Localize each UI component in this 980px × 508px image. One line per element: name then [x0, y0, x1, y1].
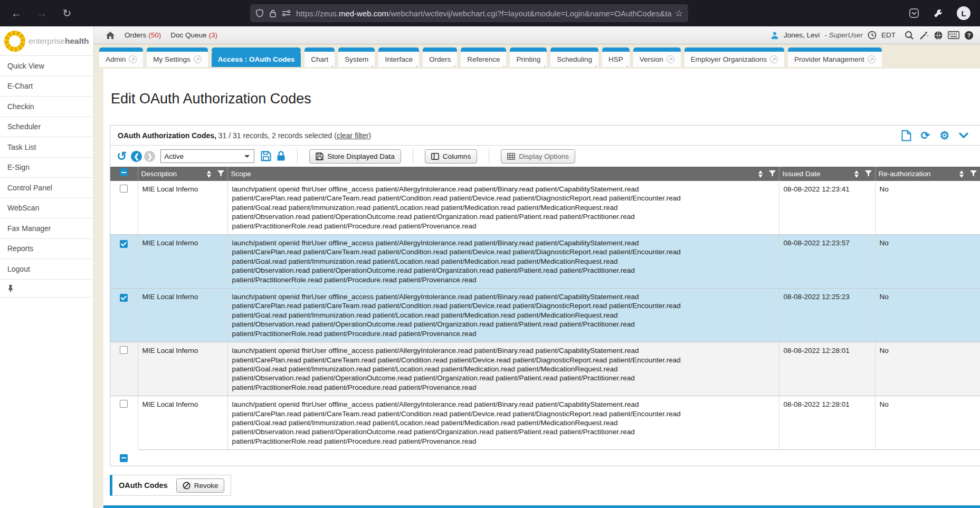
column-header-scope[interactable]: Scope	[227, 167, 779, 181]
tab-access-oauth-codes[interactable]: Access : OAuth Codes	[212, 51, 301, 67]
cell-description: MIE Local Inferno	[138, 235, 227, 289]
row-checkbox[interactable]	[120, 240, 128, 248]
save-icon	[316, 152, 324, 160]
revoke-button[interactable]: Revoke	[176, 478, 225, 493]
filter-funnel-icon[interactable]	[970, 170, 977, 177]
tab-my-settings[interactable]: My Settings↗	[147, 51, 208, 67]
url-input[interactable]: https://zeus.med-web.com/webchart/wctlev…	[296, 9, 672, 18]
tab-chart[interactable]: Chart	[305, 51, 335, 67]
globe-icon[interactable]	[934, 31, 943, 40]
new-record-icon[interactable]	[901, 130, 911, 141]
sidebar-item-e-sign[interactable]: E-Sign	[0, 158, 93, 178]
sidebar-item-fax-manager[interactable]: Fax Manager	[0, 218, 93, 239]
select-all-checkbox[interactable]	[120, 168, 128, 176]
sidebar-item-quick-view[interactable]: Quick View	[0, 56, 93, 76]
clock-icon[interactable]	[868, 31, 877, 40]
display-options-button[interactable]: Display Options	[501, 149, 575, 164]
cell-issued-date: 08-08-2022 12:25:23	[779, 289, 875, 342]
profile-avatar[interactable]: L	[957, 6, 971, 20]
next-page-button[interactable]: ❯	[144, 151, 155, 162]
orders-link[interactable]: Orders(50)	[125, 31, 161, 39]
search-icon[interactable]	[905, 31, 914, 40]
doc-queue-link[interactable]: Doc Queue(3)	[170, 31, 217, 39]
browser-reload-button[interactable]: ↻	[58, 4, 76, 22]
filter-funnel-icon[interactable]	[217, 170, 224, 177]
tab-version[interactable]: Version↗	[633, 51, 681, 67]
tab-provider-management[interactable]: Provider Management↗	[788, 51, 882, 67]
lock-filter-icon[interactable]	[277, 151, 286, 161]
sidebar-item-e-chart[interactable]: E-Chart	[0, 76, 93, 97]
url-bar[interactable]: https://zeus.med-web.com/webchart/wctlev…	[250, 4, 688, 22]
clear-filter-link[interactable]: clear filter	[337, 131, 369, 140]
revoke-icon	[183, 482, 191, 490]
sidebar-item-control-panel[interactable]: Control Panel	[0, 178, 93, 198]
keyboard-icon[interactable]	[948, 31, 959, 39]
row-checkbox[interactable]	[120, 400, 128, 408]
store-displayed-data-button[interactable]: Store Displayed Data	[309, 149, 401, 164]
tab-interface[interactable]: Interface	[378, 51, 419, 67]
undo-icon[interactable]: ↺	[117, 150, 127, 162]
sort-icon[interactable]	[207, 170, 211, 178]
sidebar-item-webscan[interactable]: WebScan	[0, 198, 93, 219]
permissions-icon[interactable]	[282, 9, 291, 17]
sidebar-item-logout[interactable]: Logout	[0, 259, 93, 280]
settings-gear-icon[interactable]: ⚙	[939, 130, 949, 141]
sort-icon[interactable]	[854, 170, 859, 178]
user-role: - SuperUser	[824, 31, 863, 39]
tab-system[interactable]: System	[338, 51, 375, 67]
collapse-chevron-icon[interactable]	[959, 132, 968, 139]
devtools-wrench-icon[interactable]	[933, 8, 943, 18]
help-icon[interactable]: ?	[964, 31, 974, 40]
cell-reauthorization: No	[875, 235, 980, 289]
row-checkbox[interactable]	[120, 346, 128, 354]
tab-employer-organizations[interactable]: Employer Organizations↗	[684, 51, 784, 67]
doc-queue-count-badge: (3)	[209, 31, 218, 39]
user-name[interactable]: Jones, Levi	[784, 31, 820, 39]
cell-issued-date: 08-08-2022 12:23:41	[779, 181, 875, 235]
tab-orders[interactable]: Orders	[423, 51, 457, 67]
tab-hsp[interactable]: HSP	[602, 51, 630, 67]
enterprise-health-logo-icon	[4, 31, 25, 52]
timezone-label: EDT	[881, 31, 896, 39]
bookmark-star-icon[interactable]: ☆	[675, 8, 683, 19]
columns-button[interactable]: Columns	[425, 149, 477, 164]
status-filter-select[interactable]: Active	[160, 149, 254, 163]
wand-icon[interactable]	[919, 31, 929, 40]
sidebar-item-checkin[interactable]: Checkin	[0, 97, 93, 117]
tab-scheduling[interactable]: Scheduling	[550, 51, 598, 67]
filter-funnel-icon[interactable]	[865, 170, 872, 177]
prev-page-button[interactable]: ❮	[131, 151, 142, 162]
tab-admin[interactable]: Admin↗	[99, 51, 143, 67]
refresh-icon[interactable]: ⟳	[921, 130, 930, 141]
browser-forward-button[interactable]: →	[33, 4, 51, 22]
sidebar-item-scheduler[interactable]: Scheduler	[0, 117, 93, 138]
cell-scope: launch/patient openid fhirUser offline_a…	[227, 181, 779, 235]
pocket-icon[interactable]	[909, 8, 919, 18]
admin-tab-strip: Admin↗ My Settings↗ Access : OAuth Codes…	[94, 44, 980, 69]
sort-icon[interactable]	[959, 170, 964, 178]
shield-icon[interactable]	[255, 9, 264, 17]
column-header-issued-date[interactable]: Issued Date	[779, 167, 875, 181]
oauth-codes-subtab[interactable]: OAuth Codes Revoke	[110, 475, 231, 496]
column-header-re-authorization[interactable]: Re-authorization	[875, 167, 980, 181]
footer-select-all-checkbox[interactable]	[120, 454, 128, 462]
tab-printing[interactable]: Printing	[510, 51, 547, 67]
sidebar-item-reports[interactable]: Reports	[0, 239, 93, 260]
filter-funnel-icon[interactable]	[769, 170, 776, 177]
grid-icon	[507, 153, 515, 160]
table-footer	[110, 450, 980, 466]
subtab-panel-edge	[103, 505, 980, 508]
row-checkbox[interactable]	[120, 294, 128, 302]
sidebar-pin-toggle[interactable]	[0, 280, 93, 298]
row-checkbox[interactable]	[120, 185, 128, 193]
sidebar-item-task-list[interactable]: Task List	[0, 137, 93, 158]
home-button[interactable]	[106, 31, 115, 40]
table-row: MIE Local Inferno launch/patient openid …	[110, 235, 980, 289]
save-filter-icon[interactable]	[261, 151, 271, 161]
tab-reference[interactable]: Reference	[461, 51, 506, 67]
browser-back-button[interactable]: ←	[7, 4, 25, 22]
column-header-description[interactable]: Description	[138, 167, 227, 181]
cell-issued-date: 08-08-2022 12:28:01	[779, 342, 875, 396]
sort-icon[interactable]	[758, 170, 763, 178]
lock-icon[interactable]	[269, 9, 277, 17]
